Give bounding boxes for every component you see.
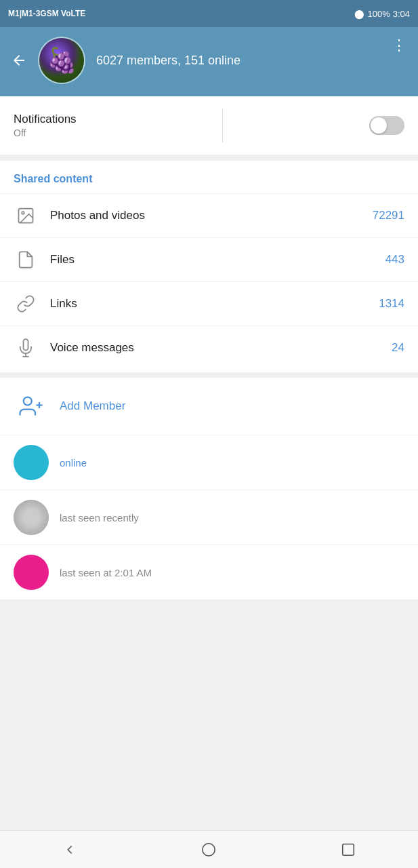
links-row[interactable]: Links 1314 — [0, 281, 418, 326]
member-count: 6027 members, 151 online — [96, 54, 407, 68]
back-button[interactable] — [11, 52, 27, 68]
add-member-label: Add Member — [60, 399, 125, 413]
avatar — [14, 445, 49, 480]
add-member-row[interactable]: Add Member — [0, 378, 418, 435]
group-avatar: 🍇 — [38, 37, 85, 84]
files-label: Files — [50, 253, 385, 267]
bluetooth-icon: ⬤ — [354, 9, 364, 19]
more-options-button[interactable]: ⋮ — [392, 37, 407, 54]
member-row[interactable]: online — [0, 435, 418, 490]
member-status: last seen recently — [60, 512, 139, 524]
svg-point-4 — [24, 397, 32, 406]
toggle-knob — [371, 117, 387, 134]
photos-count: 72291 — [373, 209, 404, 222]
notifications-section: Notifications Off — [0, 96, 418, 155]
notifications-status: Off — [14, 127, 77, 138]
voice-label: Voice messages — [50, 341, 392, 355]
files-count: 443 — [385, 253, 404, 267]
status-right: ⬤ 100% 3:04 — [354, 9, 410, 19]
notifications-toggle[interactable] — [369, 116, 404, 135]
shared-content-section: Shared content Photos and videos 72291 F… — [0, 161, 418, 372]
photos-videos-row[interactable]: Photos and videos 72291 — [0, 193, 418, 237]
divider — [222, 108, 223, 142]
back-nav-button[interactable] — [56, 836, 83, 863]
notifications-title: Notifications — [14, 113, 77, 126]
files-icon — [14, 248, 38, 272]
files-row[interactable]: Files 443 — [0, 237, 418, 281]
shared-content-title: Shared content — [0, 161, 418, 193]
svg-point-1 — [22, 212, 24, 214]
svg-rect-8 — [343, 844, 354, 855]
voice-count: 24 — [392, 341, 404, 355]
member-row[interactable]: last seen recently — [0, 490, 418, 545]
voice-icon — [14, 336, 38, 360]
avatar — [14, 555, 49, 590]
time-text: 3:04 — [393, 9, 410, 19]
links-count: 1314 — [379, 297, 404, 311]
notification-label: Notifications Off — [14, 113, 77, 138]
add-member-icon — [14, 389, 49, 424]
photos-icon — [14, 203, 38, 228]
carrier-text: M1|M1-3GSM VoLTE — [8, 9, 85, 18]
notifications-row: Notifications Off — [0, 96, 418, 155]
recents-nav-button[interactable] — [335, 836, 362, 863]
svg-point-7 — [203, 843, 215, 855]
links-icon — [14, 292, 38, 316]
avatar — [14, 500, 49, 535]
header-info: 6027 members, 151 online — [96, 54, 407, 68]
photos-label: Photos and videos — [50, 209, 373, 222]
links-label: Links — [50, 297, 379, 311]
battery-text: 100% — [367, 9, 390, 19]
bottom-navigation — [0, 830, 418, 868]
member-status: online — [60, 457, 87, 469]
avatar-image: 🍇 — [39, 38, 84, 83]
member-status: last seen at 2:01 AM — [60, 567, 152, 578]
status-bar: M1|M1-3GSM VoLTE ⬤ 100% 3:04 — [0, 0, 418, 27]
home-nav-button[interactable] — [195, 836, 222, 863]
voice-messages-row[interactable]: Voice messages 24 — [0, 326, 418, 370]
members-section: Add Member online last seen recently las… — [0, 378, 418, 600]
member-row[interactable]: last seen at 2:01 AM — [0, 545, 418, 600]
header: 🍇 6027 members, 151 online ⋮ — [0, 27, 418, 96]
